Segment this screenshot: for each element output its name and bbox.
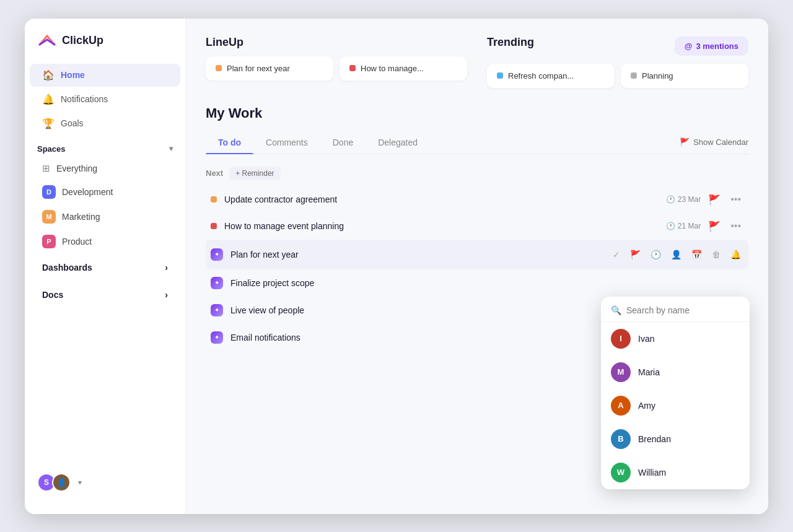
sidebar-item-development-label: Development	[62, 187, 113, 197]
task-1-flag[interactable]: 🚩	[708, 194, 721, 206]
sidebar-footer: S 👤 ▾	[25, 463, 185, 502]
tab-comments-label: Comments	[266, 137, 308, 147]
docs-label: Docs	[42, 290, 63, 300]
task-2-more[interactable]: •••	[728, 220, 743, 232]
trending-card-2-label: Planning	[642, 71, 673, 81]
william-avatar: W	[611, 463, 631, 482]
ivan-avatar: I	[611, 329, 631, 349]
assign-person-amy[interactable]: A Amy	[601, 389, 750, 422]
marketing-badge: M	[42, 210, 56, 224]
task-2-flag[interactable]: 🚩	[708, 220, 721, 232]
sidebar-item-marketing-label: Marketing	[62, 212, 100, 222]
dashboards-link[interactable]: Dashboards ›	[30, 256, 180, 279]
sidebar-item-everything[interactable]: ⊞ Everything	[30, 158, 180, 179]
clickup-logo-icon	[37, 31, 57, 51]
sidebar-item-marketing[interactable]: M Marketing	[30, 205, 180, 229]
nav-notifications[interactable]: 🔔 Notifications	[30, 88, 180, 111]
task-delete-icon[interactable]: 🗑	[709, 247, 723, 262]
home-icon: 🏠	[42, 69, 55, 81]
task-bell-icon[interactable]: 🔔	[728, 247, 743, 262]
sidebar: ClickUp 🏠 Home 🔔 Notifications 🏆 Goals S…	[25, 19, 186, 514]
avatar-dropdown-arrow[interactable]: ▾	[78, 478, 82, 487]
assign-search-input[interactable]	[626, 305, 740, 315]
trending-section: Trending @ 3 mentions Refresh compan... …	[487, 36, 748, 88]
clock-icon: 🕐	[666, 195, 675, 204]
nav-notifications-label: Notifications	[61, 94, 108, 104]
assign-person-william[interactable]: W William	[601, 456, 750, 489]
reminder-label: + Reminder	[235, 169, 274, 178]
clock-icon-2: 🕐	[666, 222, 675, 230]
task-calendar-icon[interactable]: 📅	[689, 247, 704, 262]
tab-done-label: Done	[333, 137, 353, 147]
tab-done[interactable]: Done	[320, 131, 366, 154]
trending-card-1-label: Refresh compan...	[508, 71, 574, 81]
assign-person-ivan[interactable]: I Ivan	[601, 322, 750, 355]
reminder-button[interactable]: + Reminder	[229, 167, 280, 180]
next-label: Next + Reminder	[206, 167, 748, 180]
task-1-date: 🕐 23 Mar	[666, 195, 701, 204]
at-icon: @	[685, 41, 693, 51]
task-3-actions: ✓ 🚩 🕐 👤 📅 🗑 🔔	[610, 247, 743, 262]
tab-delegated[interactable]: Delegated	[366, 131, 430, 154]
trending-card-1-dot	[497, 72, 503, 79]
maria-avatar: M	[611, 362, 631, 382]
lineup-card-1[interactable]: Plan for next year	[206, 56, 333, 81]
show-calendar-button[interactable]: 🚩 Show Calendar	[680, 133, 748, 152]
task-4-name: Finalize project scope	[230, 278, 743, 288]
development-badge: D	[42, 185, 56, 199]
top-row: LineUp Plan for next year How to manage.…	[206, 36, 748, 88]
task-row-2[interactable]: How to manage event planning 🕐 21 Mar 🚩 …	[206, 213, 748, 240]
avatar-group: S 👤	[37, 473, 71, 492]
app-name: ClickUp	[62, 34, 103, 47]
calendar-icon: 🚩	[680, 137, 690, 147]
lineup-section: LineUp Plan for next year How to manage.…	[206, 36, 467, 81]
nav-goals-label: Goals	[61, 118, 84, 128]
task-assign-icon[interactable]: 👤	[668, 247, 684, 262]
spaces-collapse-arrow[interactable]: ▾	[169, 144, 173, 153]
brendan-name: Brendan	[638, 434, 671, 444]
tab-comments[interactable]: Comments	[253, 131, 320, 154]
lineup-cards: Plan for next year How to manage...	[206, 56, 467, 81]
task-3-name: Plan for next year	[230, 250, 603, 259]
assign-person-maria[interactable]: M Maria	[601, 355, 750, 389]
lineup-card-2[interactable]: How to manage...	[340, 56, 467, 81]
nav-goals[interactable]: 🏆 Goals	[30, 112, 180, 135]
trending-card-2[interactable]: Planning	[621, 64, 748, 88]
task-check-icon[interactable]: ✓	[610, 247, 623, 262]
task-flag-icon[interactable]: 🚩	[628, 247, 643, 262]
task-2-date: 🕐 21 Mar	[666, 222, 701, 230]
spaces-section-header: Spaces ▾	[25, 136, 185, 157]
task-1-more[interactable]: •••	[728, 194, 743, 205]
sidebar-item-product[interactable]: P Product	[30, 230, 180, 253]
task-row-3[interactable]: ✦ Plan for next year ✓ 🚩 🕐 👤 📅 🗑 🔔	[206, 240, 748, 269]
show-calendar-label: Show Calendar	[693, 137, 748, 147]
tab-todo[interactable]: To do	[206, 131, 253, 154]
bell-icon: 🔔	[42, 94, 55, 105]
assign-person-brendan[interactable]: B Brendan	[601, 422, 750, 456]
task-3-icon: ✦	[211, 248, 223, 261]
task-row-4[interactable]: ✦ Finalize project scope	[206, 269, 748, 297]
task-1-meta: 🕐 23 Mar 🚩 •••	[666, 194, 743, 206]
task-6-icon: ✦	[211, 331, 223, 344]
mentions-button[interactable]: @ 3 mentions	[675, 37, 748, 56]
sidebar-item-development[interactable]: D Development	[30, 180, 180, 204]
task-clock-icon[interactable]: 🕐	[648, 247, 664, 262]
product-badge: P	[42, 235, 56, 248]
tab-todo-label: To do	[218, 137, 241, 147]
william-name: William	[638, 468, 666, 477]
task-row-1[interactable]: Update contractor agreement 🕐 23 Mar 🚩 •…	[206, 186, 748, 213]
mentions-label: 3 mentions	[696, 41, 738, 51]
sidebar-item-product-label: Product	[62, 237, 92, 246]
dashboards-arrow: ›	[165, 263, 168, 273]
dashboards-label: Dashboards	[42, 263, 92, 273]
nav-home[interactable]: 🏠 Home	[30, 64, 180, 87]
docs-link[interactable]: Docs ›	[30, 284, 180, 306]
avatar-photo: 👤	[52, 473, 71, 492]
my-work-title: My Work	[206, 105, 748, 121]
search-icon: 🔍	[611, 305, 621, 315]
main-content: LineUp Plan for next year How to manage.…	[186, 19, 768, 514]
task-2-dot	[211, 223, 217, 229]
assign-search-area: 🔍	[601, 297, 750, 322]
trending-card-1[interactable]: Refresh compan...	[487, 64, 615, 88]
my-work-tabs: To do Comments Done Delegated 🚩 Show Cal…	[206, 131, 748, 154]
